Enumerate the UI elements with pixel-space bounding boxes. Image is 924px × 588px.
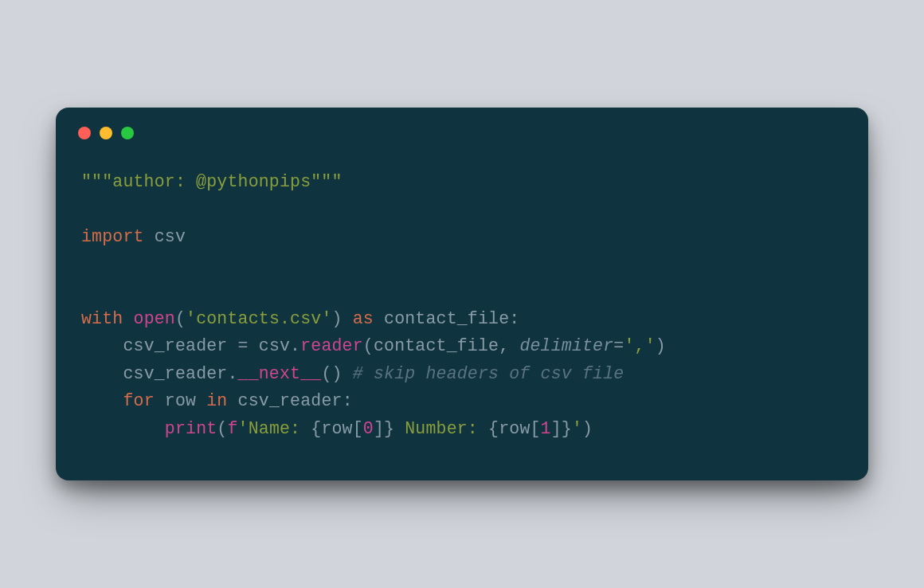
brace-open: { <box>311 419 321 438</box>
arg-name: contact_file <box>374 336 499 355</box>
with-keyword: with <box>81 309 123 328</box>
string-quote: ' <box>238 419 249 438</box>
paren-open: ( <box>363 336 374 355</box>
paren-open: ( <box>175 309 186 328</box>
dot: . <box>290 336 300 355</box>
space <box>196 391 206 410</box>
space <box>509 336 519 355</box>
expr-var: row <box>499 419 530 438</box>
indent <box>81 364 123 383</box>
dunder-method: __next__ <box>238 364 322 383</box>
maximize-icon[interactable] <box>121 127 134 139</box>
brace-close: } <box>562 419 572 438</box>
variable-name: csv_reader <box>123 336 227 355</box>
close-icon[interactable] <box>78 127 91 139</box>
space <box>249 336 259 355</box>
brace-close: } <box>384 419 394 438</box>
dot: . <box>227 364 237 383</box>
in-keyword: in <box>206 391 227 410</box>
module-ref: csv <box>259 336 290 355</box>
fstring-text: Number: <box>394 419 488 438</box>
reader-method: reader <box>300 336 363 355</box>
bracket-close: ] <box>551 419 562 438</box>
expr-var: row <box>321 419 352 438</box>
open-function: open <box>134 309 175 328</box>
space <box>155 391 165 410</box>
minimize-icon[interactable] <box>100 127 112 139</box>
paren-close: ) <box>656 336 666 355</box>
filename-string: 'contacts.csv' <box>186 309 331 328</box>
parens: () <box>321 364 342 383</box>
index-number: 0 <box>363 419 374 438</box>
indent <box>81 419 165 438</box>
bracket-open: [ <box>353 419 363 438</box>
space <box>343 309 353 328</box>
indent <box>81 391 123 410</box>
bracket-close: ] <box>374 419 384 438</box>
indent <box>81 336 123 355</box>
comment: # skip headers of csv file <box>353 364 624 383</box>
variable-name: csv_reader <box>123 364 227 383</box>
space <box>374 309 384 328</box>
fstring-text: Name: <box>249 419 311 438</box>
equals-operator: = <box>613 336 624 355</box>
print-function: print <box>165 419 217 438</box>
as-keyword: as <box>353 309 374 328</box>
fstring-prefix: f <box>227 419 237 438</box>
space <box>343 364 353 383</box>
delimiter-string: ',' <box>624 336 655 355</box>
code-block[interactable]: """author: @pythonpips""" import csv wit… <box>56 146 868 480</box>
variable-name: contact_file <box>384 309 509 328</box>
import-keyword: import <box>81 227 144 246</box>
bracket-open: [ <box>531 419 541 438</box>
kwarg-name: delimiter <box>519 336 613 355</box>
colon: : <box>509 309 519 328</box>
paren-close: ) <box>332 309 343 328</box>
iterable-name: csv_reader <box>238 391 343 410</box>
string-quote: ' <box>572 419 582 438</box>
for-keyword: for <box>123 391 154 410</box>
module-name: csv <box>144 227 186 246</box>
space <box>227 336 237 355</box>
code-window: """author: @pythonpips""" import csv wit… <box>56 108 868 480</box>
window-titlebar <box>56 108 868 146</box>
paren-close: ) <box>582 419 593 438</box>
comma: , <box>499 336 509 355</box>
colon: : <box>343 391 353 410</box>
index-number: 1 <box>541 419 551 438</box>
brace-open: { <box>488 419 499 438</box>
space <box>227 391 237 410</box>
docstring: """author: @pythonpips""" <box>81 172 343 191</box>
equals-operator: = <box>238 336 249 355</box>
loop-var: row <box>165 391 196 410</box>
space <box>123 309 133 328</box>
paren-open: ( <box>217 419 227 438</box>
